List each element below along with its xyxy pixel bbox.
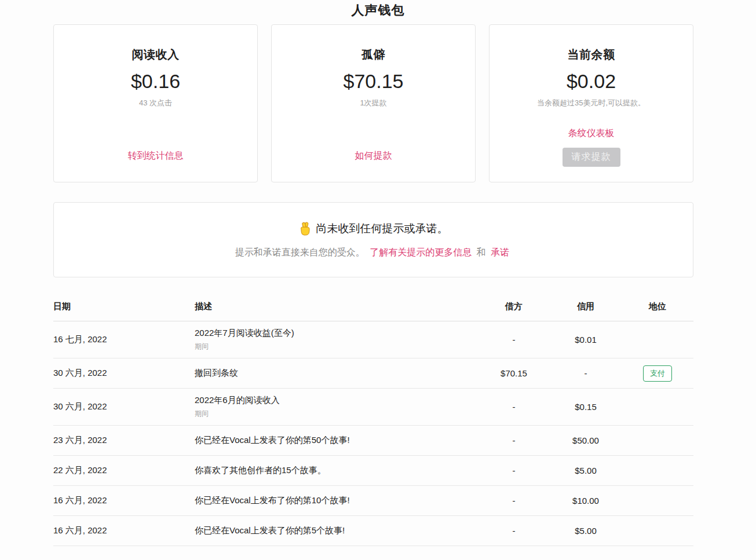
- row-date: 30 六月, 2022: [53, 401, 195, 412]
- row-period-label: 期间: [195, 409, 478, 419]
- table-row: 16 六月, 2022 你已经在Vocal上发布了你的第10个故事! - $10…: [53, 486, 693, 516]
- row-debit: -: [478, 335, 550, 345]
- row-credit: -: [550, 368, 622, 378]
- go-to-stats-link[interactable]: 转到统计信息: [128, 150, 184, 162]
- banner-subtext: 提示和承诺直接来自您的受众。 了解有关提示的更多信息 和 承诺: [235, 247, 512, 259]
- row-credit: $5.00: [550, 466, 622, 475]
- row-debit: -: [478, 402, 550, 412]
- card-title: 孤僻: [361, 47, 385, 63]
- header-date: 日期: [53, 301, 195, 312]
- row-credit: $0.15: [550, 402, 622, 412]
- row-description-text: 你已经在Vocal上发布了你的第10个故事!: [195, 495, 478, 506]
- row-date: 30 六月, 2022: [53, 368, 195, 379]
- row-date: 22 六月, 2022: [53, 465, 195, 476]
- card-amount: $0.16: [131, 70, 180, 93]
- row-date: 23 六月, 2022: [53, 435, 195, 446]
- row-description-text: 你喜欢了其他创作者的15个故事。: [195, 465, 478, 476]
- card-amount: $70.15: [344, 70, 404, 93]
- banner-heading-text: 尚未收到任何提示或承诺。: [316, 221, 448, 236]
- row-credit: $50.00: [550, 435, 622, 445]
- wallet-page: 人声钱包 阅读收入 $0.16 43 次点击 转到统计信息 孤僻 $70.15 …: [0, 0, 756, 560]
- banner-connector: 和: [477, 247, 486, 257]
- tips-banner: 尚未收到任何提示或承诺。 提示和承诺直接来自您的受众。 了解有关提示的更多信息 …: [53, 202, 693, 277]
- row-description-text: 撤回到条纹: [195, 368, 478, 379]
- row-description-text: 2022年6月的阅读收入: [195, 395, 478, 406]
- row-debit: -: [478, 435, 550, 445]
- card-caption: 1次提款: [360, 98, 386, 108]
- table-row: 16 七月, 2022 2022年7月阅读收益(至今) 期间 - $0.01: [53, 321, 693, 358]
- banner-subtext-body: 提示和承诺直接来自您的受众。: [235, 247, 365, 257]
- table-row: 30 六月, 2022 撤回到条纹 $70.15 - 支付: [53, 358, 693, 389]
- row-description: 你喜欢了其他创作者的15个故事。: [195, 465, 478, 476]
- current-balance-card: 当前余额 $0.02 当余额超过35美元时,可以提款。 条纹仪表板 请求提款: [489, 24, 693, 182]
- card-amount: $0.02: [567, 70, 616, 93]
- header-description: 描述: [195, 301, 478, 312]
- table-row: 23 六月, 2022 你已经在Vocal上发表了你的第50个故事! - $50…: [53, 426, 693, 456]
- row-description-text: 2022年7月阅读收益(至今): [195, 328, 478, 339]
- withdrawn-card: 孤僻 $70.15 1次提款 如何提款: [271, 24, 476, 182]
- header-credit: 信用: [550, 301, 622, 312]
- table-header-row: 日期 描述 借方 信用 地位: [53, 292, 693, 321]
- card-title: 当前余额: [568, 47, 615, 63]
- header-status: 地位: [622, 301, 693, 312]
- card-title: 阅读收入: [132, 47, 180, 63]
- row-description-text: 你已经在Vocal上发表了你的第5个故事!: [195, 525, 478, 536]
- header-debit: 借方: [478, 301, 550, 312]
- row-credit: $5.00: [550, 526, 622, 536]
- content-container: 阅读收入 $0.16 43 次点击 转到统计信息 孤僻 $70.15 1次提款 …: [53, 24, 693, 546]
- row-credit: $10.00: [550, 496, 622, 506]
- row-description: 你已经在Vocal上发布了你的第10个故事!: [195, 495, 478, 506]
- row-description: 2022年7月阅读收益(至今) 期间: [195, 328, 478, 352]
- table-row: 22 六月, 2022 你喜欢了其他创作者的15个故事。 - $5.00: [53, 456, 693, 486]
- stripe-dashboard-link[interactable]: 条纹仪表板: [568, 127, 615, 140]
- status-badge: 支付: [643, 365, 672, 382]
- row-date: 16 六月, 2022: [53, 525, 195, 536]
- row-period-label: 期间: [195, 342, 478, 352]
- transactions-body: 16 七月, 2022 2022年7月阅读收益(至今) 期间 - $0.01 3…: [53, 321, 693, 546]
- row-debit: -: [478, 526, 550, 536]
- row-description-text: 你已经在Vocal上发表了你的第50个故事!: [195, 435, 478, 446]
- card-caption: 当余额超过35美元时,可以提款。: [537, 98, 645, 108]
- row-date: 16 七月, 2022: [53, 334, 195, 345]
- transactions-table: 日期 描述 借方 信用 地位 16 七月, 2022 2022年7月阅读收益(至…: [53, 292, 693, 546]
- row-debit: $70.15: [478, 368, 550, 378]
- row-description: 2022年6月的阅读收入 期间: [195, 395, 478, 419]
- card-caption: 43 次点击: [139, 98, 172, 108]
- learn-more-tips-link[interactable]: 了解有关提示的更多信息: [370, 247, 472, 257]
- reading-earnings-card: 阅读收入 $0.16 43 次点击 转到统计信息: [53, 24, 258, 182]
- pledges-link[interactable]: 承诺: [491, 247, 509, 257]
- row-status: 支付: [622, 365, 693, 382]
- row-debit: -: [478, 466, 550, 475]
- row-description: 撤回到条纹: [195, 368, 478, 379]
- row-date: 16 六月, 2022: [53, 495, 195, 506]
- summary-cards: 阅读收入 $0.16 43 次点击 转到统计信息 孤僻 $70.15 1次提款 …: [53, 24, 693, 182]
- request-withdrawal-button[interactable]: 请求提款: [563, 148, 620, 167]
- table-row: 30 六月, 2022 2022年6月的阅读收入 期间 - $0.15: [53, 389, 693, 426]
- table-row: 16 六月, 2022 你已经在Vocal上发表了你的第5个故事! - $5.0…: [53, 516, 693, 546]
- page-title: 人声钱包: [0, 2, 756, 19]
- banner-heading: 尚未收到任何提示或承诺。: [299, 221, 448, 236]
- row-description: 你已经在Vocal上发表了你的第50个故事!: [195, 435, 478, 446]
- row-credit: $0.01: [550, 335, 622, 345]
- row-description: 你已经在Vocal上发表了你的第5个故事!: [195, 525, 478, 536]
- row-debit: -: [478, 496, 550, 506]
- how-to-withdraw-link[interactable]: 如何提款: [355, 150, 392, 162]
- crossed-fingers-icon: [299, 222, 311, 236]
